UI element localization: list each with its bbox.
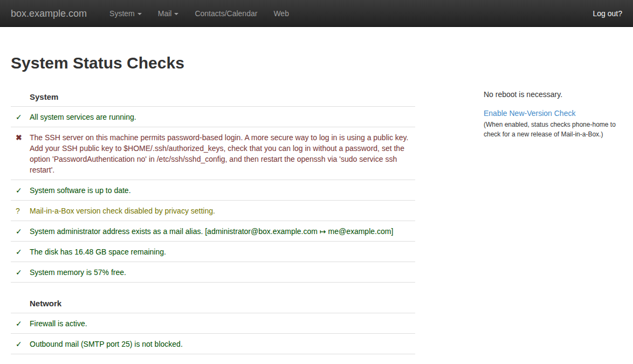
status-text: Outbound mail (SMTP port 25) is not bloc… <box>30 339 415 349</box>
logout-link[interactable]: Log out? <box>585 0 631 26</box>
check-icon: ✓ <box>11 267 30 278</box>
status-text: The disk has 16.48 GB space remaining. <box>30 246 415 257</box>
page-content: System Status Checks System✓All system s… <box>0 27 633 354</box>
status-row: ✓All system services are running. <box>11 107 415 127</box>
check-icon: ✓ <box>11 112 30 122</box>
navbar-item-contacts-calendar: Contacts/Calendar <box>187 0 265 26</box>
caret-down-icon <box>174 13 178 15</box>
reboot-status-text: No reboot is necessary. <box>484 89 622 100</box>
status-row: ✓The disk has 16.48 GB space remaining. <box>11 242 415 262</box>
status-list: System✓All system services are running.✖… <box>11 87 415 354</box>
top-navbar: box.example.com SystemMailContacts/Calen… <box>0 0 633 27</box>
nav-link[interactable]: Web <box>265 0 297 27</box>
navbar-spacer <box>297 0 585 26</box>
nav-link[interactable]: Contacts/Calendar <box>187 0 265 27</box>
check-icon: ✓ <box>11 246 30 257</box>
status-text: Mail-in-a-Box version check disabled by … <box>30 205 415 216</box>
caret-down-icon <box>137 13 142 15</box>
sidebar: No reboot is necessary. Enable New-Versi… <box>484 27 622 354</box>
x-icon: ✖ <box>11 132 30 175</box>
navbar-item-mail: Mail <box>150 0 187 26</box>
enable-version-check-link[interactable]: Enable New-Version Check <box>484 108 575 119</box>
status-row: ✓Outbound mail (SMTP port 25) is not blo… <box>11 334 415 354</box>
status-row: ?Mail-in-a-Box version check disabled by… <box>11 201 415 221</box>
question-icon: ? <box>11 205 30 216</box>
navbar-item-web: Web <box>265 0 297 26</box>
status-section-heading: Network <box>11 293 415 313</box>
check-icon: ✓ <box>11 226 30 237</box>
status-row: ✓System administrator address exists as … <box>11 221 415 242</box>
navbar-item-system: System <box>101 0 150 26</box>
navbar-menu: SystemMailContacts/CalendarWeb <box>101 0 297 26</box>
page-title: System Status Checks <box>11 54 415 72</box>
status-row: ✓System memory is 57% free. <box>11 262 415 283</box>
status-text: All system services are running. <box>30 112 415 122</box>
version-check-note: (When enabled, status checks phone-home … <box>484 120 622 139</box>
status-text: Firewall is active. <box>30 318 415 329</box>
status-row: ✓Firewall is active. <box>11 313 415 334</box>
status-row: ✓System software is up to date. <box>11 180 415 201</box>
status-text: System memory is 57% free. <box>30 267 415 278</box>
status-row: ✖The SSH server on this machine permits … <box>11 127 415 180</box>
status-text: The SSH server on this machine permits p… <box>30 132 415 175</box>
check-icon: ✓ <box>11 185 30 196</box>
main-column: System Status Checks System✓All system s… <box>11 27 415 354</box>
status-text: System software is up to date. <box>30 185 415 196</box>
check-icon: ✓ <box>11 339 30 349</box>
nav-link[interactable]: Mail <box>150 0 187 27</box>
status-section-heading: System <box>11 87 415 107</box>
status-text: System administrator address exists as a… <box>30 226 415 237</box>
check-icon: ✓ <box>11 318 30 329</box>
nav-link[interactable]: System <box>101 0 150 27</box>
navbar-brand[interactable]: box.example.com <box>0 0 95 26</box>
